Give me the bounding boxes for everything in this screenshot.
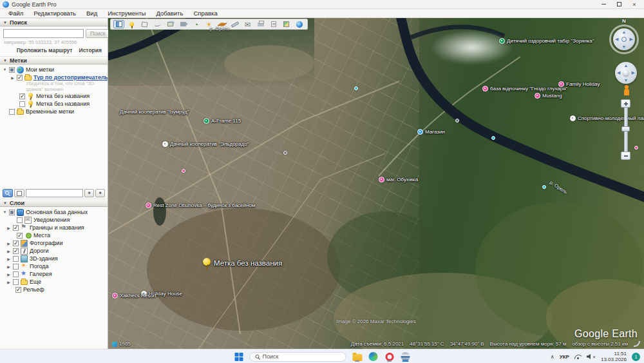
next-result-button[interactable]: ✦ bbox=[95, 189, 105, 197]
get-directions-link[interactable]: Проложить маршрут bbox=[17, 47, 73, 54]
placemark-icon[interactable] bbox=[482, 86, 488, 92]
checkbox[interactable] bbox=[13, 240, 19, 246]
zoom-slider[interactable] bbox=[622, 101, 630, 159]
volume-muted-icon[interactable]: ✕ bbox=[587, 354, 596, 359]
ruler-button[interactable] bbox=[229, 20, 240, 28]
menu-help[interactable]: Справка bbox=[189, 9, 222, 17]
earth-button[interactable] bbox=[294, 20, 305, 28]
placemark-icon[interactable] bbox=[112, 293, 118, 299]
placemark[interactable]: Mustang bbox=[535, 93, 562, 99]
find-places-button[interactable] bbox=[3, 189, 13, 197]
placemark[interactable]: A-Frame 115 bbox=[204, 118, 241, 124]
placemark[interactable]: Спортивно-молодежный лагерь « bbox=[570, 115, 644, 121]
placemark[interactable]: Дачный кооператив "Эльдорадо" bbox=[162, 141, 249, 147]
expander-icon[interactable]: ▶ bbox=[10, 75, 15, 80]
layer-item-gallery[interactable]: ▶ Галерея bbox=[0, 270, 108, 278]
look-joystick[interactable]: N ▲ ▼ ◀ ▶ bbox=[609, 25, 639, 54]
close-button[interactable]: × bbox=[627, 1, 641, 8]
menu-view[interactable]: Вид bbox=[82, 9, 102, 17]
checkbox[interactable] bbox=[19, 101, 25, 107]
poi-dot[interactable] bbox=[455, 119, 459, 123]
places-panel-header[interactable]: ▼ Метки bbox=[0, 56, 108, 64]
save-image-button[interactable] bbox=[268, 20, 279, 28]
checkbox[interactable] bbox=[13, 225, 19, 231]
hide-sidebar-button[interactable] bbox=[113, 20, 124, 28]
poi-dot[interactable] bbox=[283, 151, 287, 155]
menu-tools[interactable]: Инструменты bbox=[103, 9, 150, 17]
add-path-button[interactable] bbox=[152, 20, 163, 28]
expander-icon[interactable]: ▶ bbox=[6, 241, 11, 246]
add-placemark-button[interactable] bbox=[126, 20, 137, 28]
look-up-arrow-icon[interactable]: ▲ bbox=[622, 30, 627, 34]
places-item-my-places[interactable]: ▼ Мои метки bbox=[0, 66, 108, 74]
street-view-pegman[interactable] bbox=[623, 85, 630, 98]
search-panel-header[interactable]: ▼ Поиск bbox=[0, 18, 108, 26]
view-toggle-button[interactable] bbox=[14, 189, 24, 197]
places-filter-input[interactable] bbox=[26, 189, 83, 197]
menu-edit[interactable]: Редактировать bbox=[29, 9, 80, 17]
poi-dot[interactable] bbox=[182, 169, 185, 173]
historical-imagery-button[interactable]: ◔ bbox=[191, 20, 202, 28]
look-left-arrow-icon[interactable]: ◀ bbox=[615, 37, 618, 42]
language-indicator[interactable]: УКР bbox=[560, 354, 569, 360]
placemark-icon[interactable] bbox=[570, 115, 576, 121]
expander-icon[interactable]: ▶ bbox=[6, 272, 11, 277]
edge-icon[interactable] bbox=[368, 351, 379, 362]
look-right-arrow-icon[interactable]: ▶ bbox=[630, 37, 633, 42]
checkbox[interactable] bbox=[13, 256, 19, 262]
checkbox[interactable] bbox=[13, 271, 19, 277]
search-input[interactable] bbox=[3, 29, 84, 38]
zoom-in-button[interactable] bbox=[621, 99, 630, 108]
maximize-button[interactable] bbox=[612, 1, 626, 8]
placemark[interactable]: маг. Обухівка bbox=[379, 177, 418, 182]
zoom-out-button[interactable] bbox=[621, 152, 630, 160]
expander-icon[interactable]: ▶ bbox=[6, 280, 11, 284]
taskbar-search[interactable]: Поиск bbox=[250, 352, 346, 362]
look-down-arrow-icon[interactable]: ▼ bbox=[622, 44, 627, 49]
start-button[interactable] bbox=[234, 351, 244, 362]
placemark-icon[interactable] bbox=[417, 129, 423, 135]
places-item-unnamed-2[interactable]: Метка без названия bbox=[0, 100, 108, 108]
expander-icon[interactable]: ▼ bbox=[3, 68, 7, 72]
checkbox[interactable] bbox=[17, 233, 23, 239]
menu-add[interactable]: Добавить bbox=[151, 9, 187, 17]
opera-icon[interactable] bbox=[384, 351, 395, 362]
layer-item-photos[interactable]: ▶ Фотографии bbox=[0, 239, 108, 247]
look-center-icon[interactable] bbox=[621, 37, 627, 42]
add-polygon-button[interactable] bbox=[139, 20, 150, 28]
history-year-chip[interactable]: 1985 bbox=[112, 341, 131, 347]
placemark-icon[interactable] bbox=[162, 141, 168, 147]
layer-item-primary-database[interactable]: ▼ Основная база данных bbox=[0, 208, 108, 216]
north-indicator[interactable]: N bbox=[622, 18, 626, 24]
layers-panel-header[interactable]: ▼ Слои bbox=[0, 199, 108, 207]
placemark[interactable]: Дитячий оздоровчий табір "Зорянка" bbox=[499, 38, 594, 44]
checkbox[interactable] bbox=[13, 279, 19, 285]
places-item-unnamed-1[interactable]: Метка без названия bbox=[0, 92, 108, 100]
placemark-icon[interactable] bbox=[146, 202, 151, 208]
minimize-button[interactable] bbox=[596, 1, 611, 8]
placemark-icon[interactable] bbox=[379, 177, 384, 182]
placemark[interactable]: Магазин bbox=[417, 129, 445, 135]
placemark[interactable]: Xakhecs Resort bbox=[112, 293, 156, 299]
expander-icon[interactable]: ▶ bbox=[6, 249, 11, 253]
checkbox[interactable] bbox=[17, 217, 23, 223]
zoom-handle[interactable] bbox=[621, 126, 630, 132]
layer-item-3d-buildings[interactable]: ▶ 3D-здания bbox=[0, 255, 108, 262]
layer-item-more[interactable]: ▶ Еще bbox=[0, 278, 108, 286]
places-item-temporary[interactable]: Временные метки bbox=[0, 108, 108, 115]
checkbox[interactable] bbox=[13, 264, 19, 270]
file-explorer-icon[interactable] bbox=[352, 351, 363, 362]
checkbox[interactable] bbox=[9, 109, 15, 115]
move-right-arrow-icon[interactable]: ▶ bbox=[632, 70, 635, 75]
map-viewport[interactable]: ◔ ☀ ✉ р. Орель Дитячий оздоровчий табір … bbox=[108, 18, 644, 349]
poi-dot[interactable] bbox=[634, 146, 638, 150]
add-image-overlay-button[interactable] bbox=[165, 20, 176, 28]
poi-dot[interactable] bbox=[354, 86, 358, 90]
search-button[interactable]: Поиск bbox=[86, 29, 110, 38]
poi-dot[interactable] bbox=[491, 136, 495, 140]
tray-overflow-chevron-icon[interactable]: ∧ bbox=[551, 354, 554, 360]
placemark[interactable]: Дачний кооператив "Ізумруд" bbox=[120, 109, 189, 115]
move-joystick[interactable]: ▲ ▼ ◀ ▶ bbox=[615, 62, 637, 84]
checkbox[interactable] bbox=[13, 248, 19, 254]
layer-item-announcements[interactable]: Уведомления bbox=[0, 216, 108, 224]
